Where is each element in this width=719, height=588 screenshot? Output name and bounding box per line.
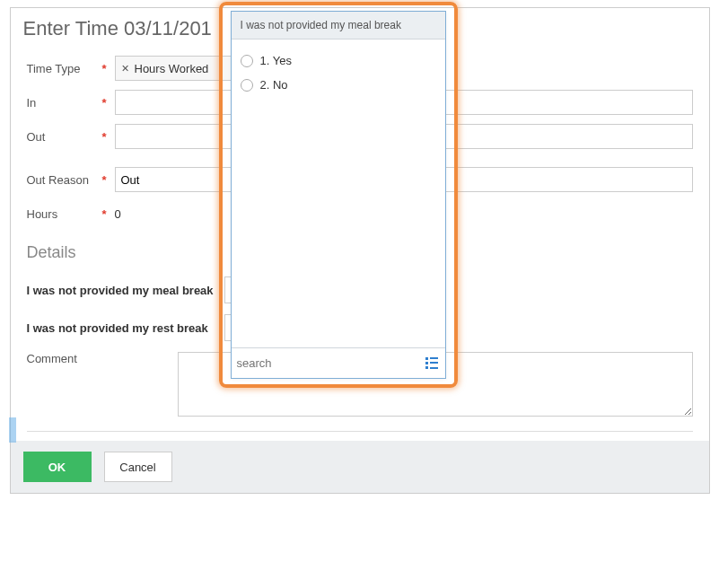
enter-time-modal: Enter Time 03/11/201 Time Type * ✕ Hours…: [10, 7, 710, 494]
list-icon[interactable]: [425, 356, 440, 371]
dropdown-search-bar: [232, 347, 445, 378]
label-meal-break: I was not provided my meal break: [27, 284, 224, 297]
hours-value: 0: [115, 207, 121, 221]
close-icon[interactable]: ✕: [121, 63, 129, 75]
dropdown-search-input[interactable]: [237, 356, 425, 370]
option-yes[interactable]: 1. Yes: [241, 48, 436, 73]
label-comment: Comment: [27, 352, 179, 365]
label-hours: Hours: [27, 207, 102, 221]
required-mark: *: [102, 96, 115, 110]
required-mark: *: [102, 173, 115, 187]
label-time-type: Time Type: [27, 62, 102, 75]
label-rest-break: I was not provided my rest break: [27, 321, 224, 335]
option-label: 2. No: [260, 78, 288, 92]
required-mark: *: [102, 62, 115, 75]
selection-indicator: [9, 417, 16, 443]
option-label: 1. Yes: [260, 54, 292, 67]
cancel-button[interactable]: Cancel: [104, 452, 172, 482]
time-type-chip[interactable]: ✕ Hours Worked: [115, 56, 232, 81]
dialog-footer: OK Cancel: [11, 441, 709, 493]
required-mark: *: [102, 207, 115, 221]
required-mark: *: [102, 130, 115, 144]
radio-icon: [241, 79, 253, 92]
meal-break-dropdown[interactable]: I was not provided my meal break 1. Yes …: [231, 11, 446, 379]
ok-button[interactable]: OK: [23, 452, 92, 482]
label-in: In: [27, 96, 102, 110]
divider: [27, 431, 693, 432]
label-out: Out: [27, 130, 102, 144]
label-out-reason: Out Reason: [27, 173, 102, 187]
option-no[interactable]: 2. No: [241, 73, 436, 97]
dropdown-title: I was not provided my meal break: [232, 12, 445, 39]
time-type-chip-label: Hours Worked: [135, 62, 209, 75]
dropdown-body: 1. Yes 2. No: [232, 39, 445, 347]
radio-icon: [241, 55, 253, 67]
